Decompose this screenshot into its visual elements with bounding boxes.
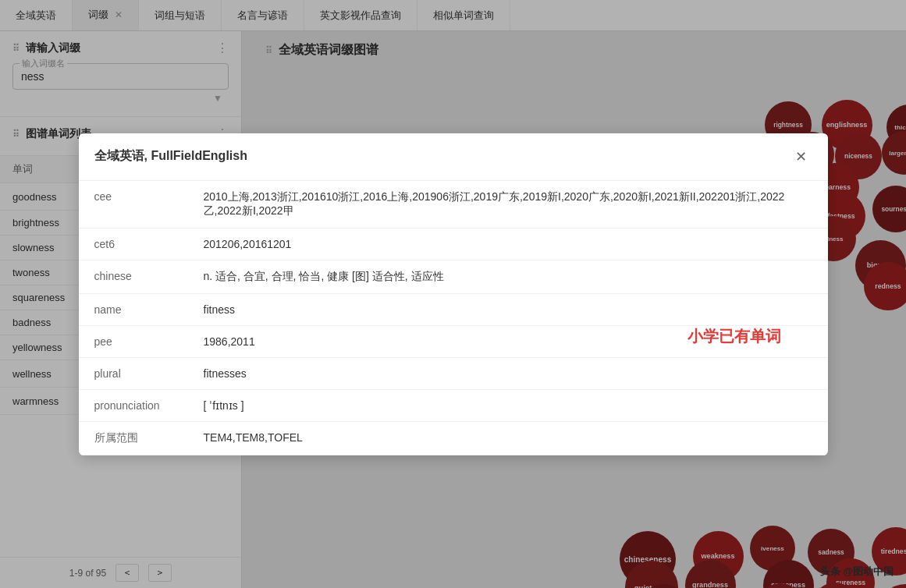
modal-key: pee — [79, 325, 188, 357]
modal-value: TEM4,TEM8,TOFEL — [188, 421, 828, 455]
modal-table-row: cet6201206,20161201 — [79, 228, 828, 260]
modal-table-row: 所属范围TEM4,TEM8,TOFEL — [79, 421, 828, 455]
modal-dialog: 全域英语, FullFieldEnglish ✕ cee2010上海,2013浙… — [79, 133, 828, 455]
modal-value: 1986,2011 — [188, 325, 828, 357]
modal-value: 201206,20161201 — [188, 228, 828, 260]
modal-key: chinese — [79, 260, 188, 293]
modal-value: n. 适合, 合宜, 合理, 恰当, 健康 [图] 适合性, 适应性 — [188, 260, 828, 293]
modal-table-row: pee1986,2011 — [79, 325, 828, 357]
modal-body: cee2010上海,2013浙江,201610浙江,2016上海,201906浙… — [79, 181, 828, 455]
modal-key: cee — [79, 181, 188, 228]
modal-key: cet6 — [79, 228, 188, 260]
modal-key: pronunciation — [79, 389, 188, 421]
modal-value: fitness — [188, 293, 828, 325]
modal-close-button[interactable]: ✕ — [791, 146, 812, 168]
modal-table-row: cee2010上海,2013浙江,201610浙江,2016上海,201906浙… — [79, 181, 828, 228]
modal-table-row: pronunciation[ ˈfɪtnɪs ] — [79, 389, 828, 421]
modal-overlay[interactable]: 全域英语, FullFieldEnglish ✕ cee2010上海,2013浙… — [0, 0, 906, 588]
modal-table: cee2010上海,2013浙江,201610浙江,2016上海,201906浙… — [79, 181, 828, 455]
modal-value: [ ˈfɪtnɪs ] — [188, 389, 828, 421]
modal-key: plural — [79, 357, 188, 389]
modal-title: 全域英语, FullFieldEnglish — [94, 148, 247, 165]
modal-value: fitnesses — [188, 357, 828, 389]
modal-value: 2010上海,2013浙江,201610浙江,2016上海,201906浙江,2… — [188, 181, 828, 228]
modal-table-row: pluralfitnesses — [79, 357, 828, 389]
modal-table-row: namefitness — [79, 293, 828, 325]
modal-key: 所属范围 — [79, 421, 188, 455]
modal-header: 全域英语, FullFieldEnglish ✕ — [79, 133, 828, 181]
modal-table-row: chinesen. 适合, 合宜, 合理, 恰当, 健康 [图] 适合性, 适应… — [79, 260, 828, 293]
modal-key: name — [79, 293, 188, 325]
